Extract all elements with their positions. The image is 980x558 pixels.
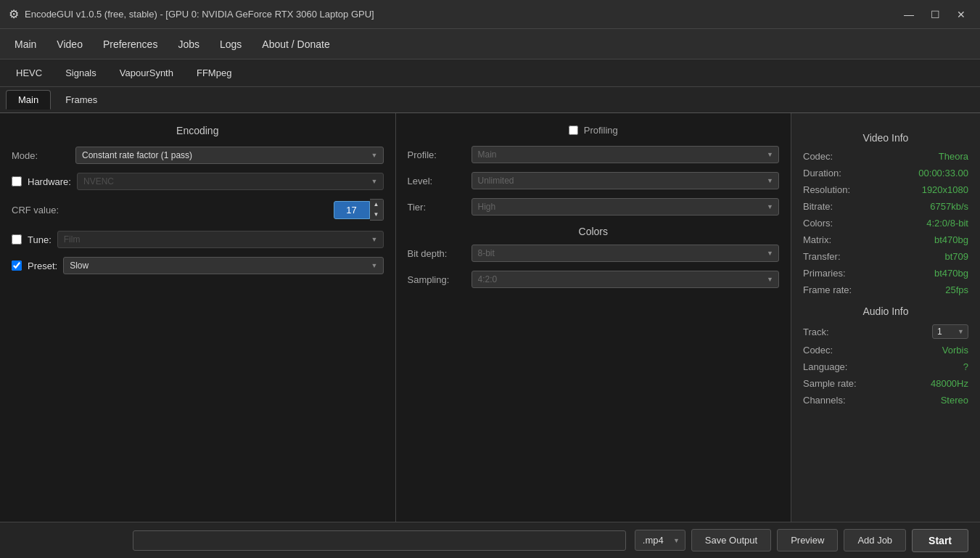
- hardware-checkbox[interactable]: [12, 176, 22, 186]
- level-row: Level: Unlimited 3.0 4.0 4.1 5.0: [408, 172, 780, 189]
- encoding-panel: Encoding Mode: Constant rate factor (1 p…: [0, 113, 396, 522]
- audio-codec-value: Vorbis: [942, 345, 968, 356]
- matrix-value: bt470bg: [934, 234, 968, 245]
- resolution-label: Resolution:: [803, 184, 850, 195]
- maximize-button[interactable]: ☐: [925, 6, 945, 23]
- profiling-checkbox[interactable]: [569, 126, 578, 135]
- bitrate-label: Bitrate:: [803, 201, 833, 212]
- colors-value: 4:2:0/8-bit: [926, 218, 968, 229]
- menu-item-jobs[interactable]: Jobs: [169, 34, 208, 54]
- transfer-value: bt709: [944, 251, 968, 262]
- audio-codec-label: Codec:: [803, 345, 833, 356]
- menu-item-about-donate[interactable]: About / Donate: [253, 34, 338, 54]
- tab-main[interactable]: Main: [6, 90, 51, 110]
- menu-bar: Main Video Preferences Jobs Logs About /…: [0, 29, 980, 60]
- encoding-section-title: Encoding: [12, 125, 384, 136]
- tune-label: Tune:: [28, 234, 52, 245]
- sampling-select-wrapper: 4:2:0 4:2:2 4:4:4: [472, 271, 780, 288]
- tune-select[interactable]: Film Animation Grain None: [57, 231, 384, 248]
- start-button[interactable]: Start: [912, 529, 968, 552]
- preset-label: Preset:: [28, 260, 57, 271]
- menu-item-preferences[interactable]: Preferences: [94, 34, 166, 54]
- video-info-title: Video Info: [803, 132, 968, 144]
- app-title: EncodeGUI v1.0.5 (free, stable) - [GPU 0…: [25, 9, 374, 20]
- primaries-value: bt470bg: [934, 268, 968, 279]
- primaries-label: Primaries:: [803, 268, 846, 279]
- level-select[interactable]: Unlimited 3.0 4.0 4.1 5.0: [472, 172, 780, 189]
- crf-up-button[interactable]: ▲: [370, 200, 383, 210]
- hardware-label: Hardware:: [28, 176, 71, 187]
- bit-depth-select[interactable]: 8-bit 10-bit 12-bit: [472, 245, 780, 262]
- tier-label: Tier:: [408, 202, 466, 213]
- format-select[interactable]: .mp4 .mkv .avi .mov: [635, 530, 685, 551]
- preset-checkbox[interactable]: [12, 260, 22, 271]
- profile-select[interactable]: Main High High 10: [472, 146, 780, 163]
- tier-select-wrapper: High Main: [472, 198, 780, 216]
- transfer-row: Transfer: bt709: [803, 251, 968, 262]
- language-label: Language:: [803, 361, 847, 372]
- crf-row: CRF value: ▲ ▼: [12, 199, 384, 221]
- channels-value: Stereo: [941, 395, 968, 406]
- bit-depth-label: Bit depth:: [408, 248, 466, 259]
- tier-row: Tier: High Main: [408, 198, 780, 216]
- hardware-row: Hardware: NVENC QuickSync AMF: [12, 173, 384, 190]
- frame-rate-row: Frame rate: 25fps: [803, 284, 968, 295]
- sub-menu-signals[interactable]: Signals: [55, 64, 107, 82]
- matrix-row: Matrix: bt470bg: [803, 234, 968, 245]
- menu-item-video[interactable]: Video: [48, 34, 91, 54]
- tier-select[interactable]: High Main: [472, 198, 780, 216]
- bitrate-value: 6757kb/s: [930, 201, 968, 212]
- level-label: Level:: [408, 176, 466, 186]
- mode-select[interactable]: Constant rate factor (1 pass) 2 pass Bit…: [75, 147, 384, 164]
- preset-select[interactable]: Slow Medium Fast Ultrafast: [63, 257, 383, 274]
- mode-select-wrapper: Constant rate factor (1 pass) 2 pass Bit…: [75, 147, 384, 164]
- tab-bar: Main Frames: [0, 87, 980, 113]
- sub-menu-hevc[interactable]: HEVC: [6, 64, 52, 82]
- frame-rate-label: Frame rate:: [803, 284, 852, 295]
- preview-button[interactable]: Preview: [777, 529, 838, 551]
- tune-checkbox[interactable]: [12, 234, 22, 245]
- resolution-row: Resolution: 1920x1080: [803, 184, 968, 195]
- channels-row: Channels: Stereo: [803, 395, 968, 406]
- audio-codec-row: Codec: Vorbis: [803, 345, 968, 356]
- track-select[interactable]: 1 2: [932, 324, 968, 339]
- matrix-label: Matrix:: [803, 234, 831, 245]
- title-bar-left: ⚙ EncodeGUI v1.0.5 (free, stable) - [GPU…: [9, 7, 374, 21]
- bitrate-row: Bitrate: 6757kb/s: [803, 201, 968, 212]
- sample-rate-value: 48000Hz: [931, 378, 968, 389]
- tune-row: Tune: Film Animation Grain None: [12, 231, 384, 248]
- crf-spinner: ▲ ▼: [370, 199, 384, 221]
- sub-menu-ffmpeg[interactable]: FFMpeg: [186, 64, 242, 82]
- hardware-select[interactable]: NVENC QuickSync AMF: [77, 173, 384, 190]
- sampling-select[interactable]: 4:2:0 4:2:2 4:4:4: [472, 271, 780, 288]
- add-job-button[interactable]: Add Job: [844, 529, 906, 551]
- tab-frames[interactable]: Frames: [54, 91, 109, 109]
- transfer-label: Transfer:: [803, 251, 841, 262]
- menu-item-logs[interactable]: Logs: [211, 34, 250, 54]
- main-content: Encoding Mode: Constant rate factor (1 p…: [0, 113, 980, 522]
- output-path-input[interactable]: [133, 530, 626, 551]
- bottom-bar: .mp4 .mkv .avi .mov ▼ Save Output Previe…: [0, 522, 980, 558]
- duration-value: 00:00:33.00: [918, 168, 968, 179]
- save-output-button[interactable]: Save Output: [691, 529, 771, 551]
- minimize-button[interactable]: —: [899, 6, 919, 23]
- profile-row: Profile: Main High High 10: [408, 146, 780, 163]
- close-button[interactable]: ✕: [951, 6, 971, 23]
- sample-rate-row: Sample rate: 48000Hz: [803, 378, 968, 389]
- colors-section-title: Colors: [408, 226, 780, 237]
- track-select-wrapper: 1 2 ▼: [932, 324, 968, 339]
- language-value: ?: [963, 361, 968, 372]
- channels-label: Channels:: [803, 395, 846, 406]
- sampling-label: Sampling:: [408, 274, 466, 285]
- profiling-label: Profiling: [584, 125, 618, 136]
- video-codec-value: Theora: [939, 151, 968, 162]
- crf-down-button[interactable]: ▼: [370, 210, 383, 220]
- sub-menu-vapoursynth[interactable]: VapourSynth: [110, 64, 184, 82]
- track-label: Track:: [803, 327, 829, 337]
- crf-input[interactable]: [334, 201, 370, 219]
- profiling-toggle-row: Profiling: [408, 125, 780, 136]
- audio-info-title: Audio Info: [803, 305, 968, 317]
- duration-label: Duration:: [803, 168, 841, 179]
- hardware-select-wrapper: NVENC QuickSync AMF: [77, 173, 384, 190]
- menu-item-main[interactable]: Main: [6, 34, 45, 54]
